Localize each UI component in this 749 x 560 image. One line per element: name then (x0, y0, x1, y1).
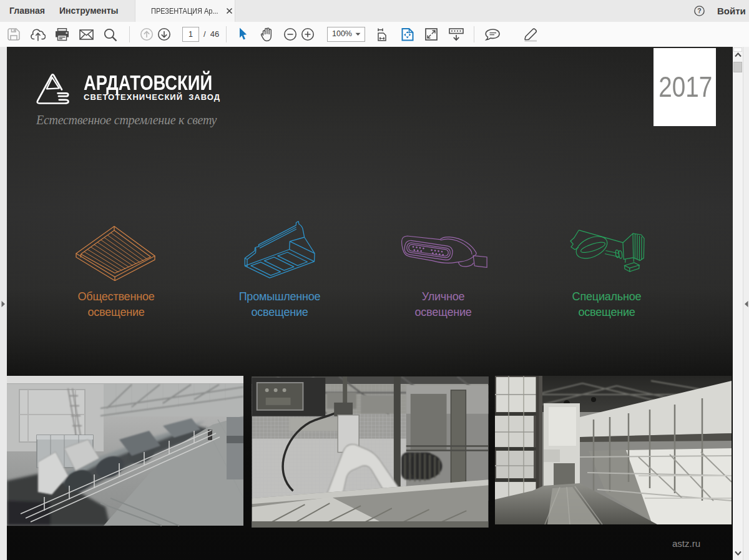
svg-text:?: ? (697, 7, 701, 14)
